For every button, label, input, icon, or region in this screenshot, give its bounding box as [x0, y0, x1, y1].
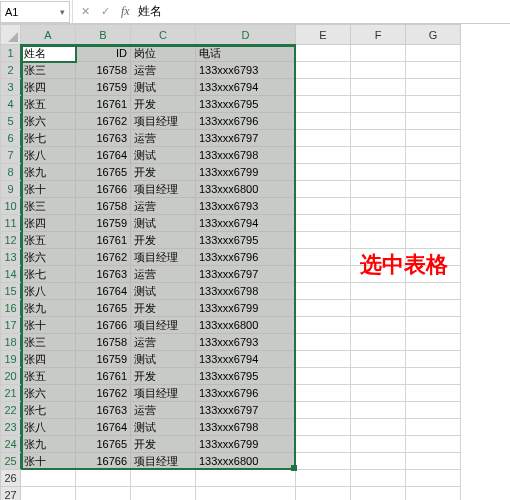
cell[interactable] — [296, 198, 351, 215]
cell[interactable]: 133xxx6799 — [196, 436, 296, 453]
cell[interactable]: 测试 — [131, 283, 196, 300]
row-header[interactable]: 25 — [1, 453, 21, 470]
cell[interactable]: 133xxx6795 — [196, 368, 296, 385]
row-header[interactable]: 20 — [1, 368, 21, 385]
cell[interactable] — [351, 215, 406, 232]
cell[interactable]: 张四 — [21, 351, 76, 368]
cell[interactable]: 张六 — [21, 249, 76, 266]
row-header[interactable]: 19 — [1, 351, 21, 368]
cell[interactable] — [351, 130, 406, 147]
cell[interactable] — [296, 385, 351, 402]
cell[interactable] — [296, 470, 351, 487]
cell[interactable]: 133xxx6796 — [196, 385, 296, 402]
cell[interactable]: 16762 — [76, 113, 131, 130]
cell[interactable]: 133xxx6797 — [196, 130, 296, 147]
cell[interactable]: 运营 — [131, 402, 196, 419]
cell[interactable] — [351, 96, 406, 113]
cell[interactable]: 133xxx6798 — [196, 419, 296, 436]
cell[interactable]: 张九 — [21, 436, 76, 453]
cell[interactable] — [196, 470, 296, 487]
cell[interactable] — [351, 334, 406, 351]
cell[interactable] — [351, 317, 406, 334]
cell[interactable]: 运营 — [131, 62, 196, 79]
name-box[interactable]: A1 ▾ — [0, 1, 70, 23]
cell[interactable]: 张五 — [21, 96, 76, 113]
cell[interactable]: 133xxx6794 — [196, 79, 296, 96]
cell[interactable] — [406, 334, 461, 351]
cell[interactable] — [406, 487, 461, 501]
cell[interactable]: 张十 — [21, 181, 76, 198]
cell[interactable] — [406, 402, 461, 419]
cell[interactable] — [406, 453, 461, 470]
cell[interactable]: 16764 — [76, 283, 131, 300]
cell[interactable] — [296, 317, 351, 334]
chevron-down-icon[interactable]: ▾ — [60, 7, 65, 17]
cell[interactable] — [406, 436, 461, 453]
cell[interactable] — [351, 232, 406, 249]
cell[interactable]: 张七 — [21, 402, 76, 419]
cell[interactable] — [406, 164, 461, 181]
cell[interactable]: 测试 — [131, 215, 196, 232]
cell[interactable]: 16762 — [76, 385, 131, 402]
cell[interactable] — [296, 266, 351, 283]
col-header-E[interactable]: E — [296, 25, 351, 45]
cell[interactable]: 张四 — [21, 215, 76, 232]
cell[interactable]: 测试 — [131, 351, 196, 368]
cell[interactable] — [296, 487, 351, 501]
cell[interactable]: 项目经理 — [131, 317, 196, 334]
cell[interactable]: ID — [76, 45, 131, 62]
col-header-F[interactable]: F — [351, 25, 406, 45]
cell[interactable] — [296, 79, 351, 96]
cell[interactable] — [406, 215, 461, 232]
cell[interactable] — [351, 79, 406, 96]
cell[interactable] — [351, 351, 406, 368]
select-all-corner[interactable] — [1, 25, 21, 45]
cell[interactable]: 张九 — [21, 164, 76, 181]
cell[interactable] — [406, 45, 461, 62]
cell[interactable]: 开发 — [131, 436, 196, 453]
cell[interactable]: 16765 — [76, 300, 131, 317]
cell[interactable]: 电话 — [196, 45, 296, 62]
cell[interactable] — [406, 351, 461, 368]
cell[interactable] — [351, 62, 406, 79]
cell[interactable] — [351, 368, 406, 385]
row-header[interactable]: 3 — [1, 79, 21, 96]
cell[interactable] — [296, 232, 351, 249]
cell[interactable]: 133xxx6796 — [196, 113, 296, 130]
row-header[interactable]: 8 — [1, 164, 21, 181]
cell[interactable]: 133xxx6793 — [196, 334, 296, 351]
cell[interactable]: 项目经理 — [131, 113, 196, 130]
cell[interactable]: 133xxx6797 — [196, 402, 296, 419]
cell[interactable]: 16761 — [76, 232, 131, 249]
row-header[interactable]: 2 — [1, 62, 21, 79]
cell[interactable] — [296, 334, 351, 351]
row-header[interactable]: 22 — [1, 402, 21, 419]
cell[interactable] — [351, 164, 406, 181]
cell[interactable]: 16766 — [76, 181, 131, 198]
cell[interactable]: 测试 — [131, 419, 196, 436]
cell[interactable] — [351, 113, 406, 130]
cell[interactable] — [406, 181, 461, 198]
cell[interactable] — [406, 96, 461, 113]
cell[interactable] — [296, 283, 351, 300]
cell[interactable] — [406, 198, 461, 215]
row-header[interactable]: 17 — [1, 317, 21, 334]
cell[interactable]: 133xxx6797 — [196, 266, 296, 283]
cell[interactable] — [351, 487, 406, 501]
cell[interactable] — [296, 215, 351, 232]
cell[interactable] — [296, 402, 351, 419]
cell[interactable] — [76, 487, 131, 501]
col-header-A[interactable]: A — [21, 25, 76, 45]
cell[interactable]: 16759 — [76, 215, 131, 232]
cell[interactable]: 开发 — [131, 96, 196, 113]
cell[interactable] — [296, 368, 351, 385]
cell[interactable]: 张七 — [21, 130, 76, 147]
cell[interactable] — [21, 487, 76, 501]
cell[interactable]: 133xxx6794 — [196, 215, 296, 232]
row-header[interactable]: 10 — [1, 198, 21, 215]
cell[interactable]: 16764 — [76, 419, 131, 436]
cell[interactable] — [296, 147, 351, 164]
cell[interactable]: 16763 — [76, 402, 131, 419]
cell[interactable]: 133xxx6793 — [196, 62, 296, 79]
row-header[interactable]: 4 — [1, 96, 21, 113]
